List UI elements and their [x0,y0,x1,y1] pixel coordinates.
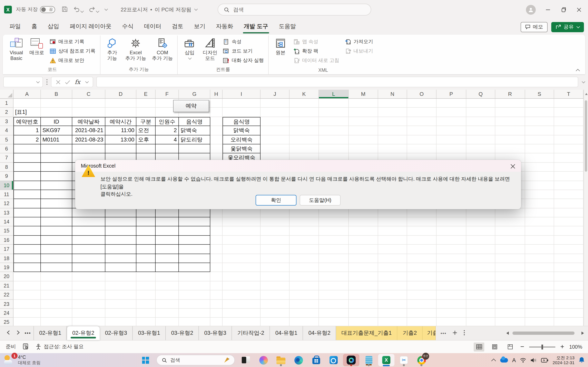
cell-G19[interactable] [179,263,210,272]
zoom-level[interactable]: 100% [569,344,582,350]
cell-D3[interactable]: 예약시간 [105,117,136,126]
cell-E13[interactable] [136,208,156,217]
cell-I19[interactable] [223,263,260,272]
cell-M19[interactable] [349,263,378,272]
cell-H22[interactable] [210,290,223,300]
cell-Q3[interactable] [466,117,495,126]
cell-T9[interactable] [554,172,584,181]
cell-Q16[interactable] [466,236,495,245]
cell-F19[interactable] [156,263,179,272]
cell-C2[interactable] [72,108,105,117]
column-header-D[interactable]: D [105,90,136,98]
cell-N20[interactable] [378,272,407,281]
cell-G20[interactable] [179,272,210,281]
macros-button[interactable]: 매크로 [27,36,46,57]
cell-K14[interactable] [290,217,319,226]
cell-G22[interactable] [179,290,210,300]
name-box[interactable] [3,77,43,87]
cell-A19[interactable] [13,263,41,272]
cell-K24[interactable] [290,309,319,318]
cell-T17[interactable] [554,245,584,254]
fx-dropdown-icon[interactable] [85,80,89,83]
cell-G23[interactable] [179,300,210,309]
row-header-1[interactable]: 1 [0,99,13,108]
cell-B20[interactable] [41,272,72,281]
cell-N5[interactable] [378,135,407,144]
cell-H14[interactable] [210,217,223,226]
cell-S16[interactable] [525,236,554,245]
cell-R5[interactable] [495,135,525,144]
sheet-tab-04-유형2[interactable]: 04-유형2 [303,326,336,340]
sheet-tab-03-유형2[interactable]: 03-유형2 [166,326,199,340]
cell-M17[interactable] [349,245,378,254]
cell-G3[interactable]: 음식명 [179,117,210,126]
cell-B24[interactable] [41,309,72,318]
cell-C15[interactable] [72,226,105,236]
cell-B9[interactable] [41,172,72,181]
column-header-E[interactable]: E [136,90,156,98]
cell-E22[interactable] [136,290,156,300]
cell-O16[interactable] [407,236,437,245]
cell-F15[interactable] [156,226,179,236]
cell-O3[interactable] [407,117,437,126]
cell-B2[interactable] [41,108,72,117]
cell-B8[interactable] [41,162,72,172]
cell-O18[interactable] [407,254,437,263]
cell-C16[interactable] [72,236,105,245]
sheet-tab-03-유형3[interactable]: 03-유형3 [199,326,232,340]
cell-J25[interactable] [260,318,290,326]
cell-M3[interactable] [349,117,378,126]
row-header-8[interactable]: 8 [0,162,13,172]
weather-widget[interactable]: 1 4°C 대체로 흐림 [4,355,41,365]
cell-D17[interactable] [105,245,136,254]
cell-D23[interactable] [105,300,136,309]
cell-K20[interactable] [290,272,319,281]
cell-E6[interactable] [136,144,156,154]
column-header-P[interactable]: P [437,90,466,98]
cell-C4[interactable]: 2021-08-21 [72,126,105,135]
zoom-slider-thumb[interactable] [541,344,543,349]
cell-I5[interactable]: 오리백숙 [223,135,260,144]
cell-R1[interactable] [495,99,525,108]
cell-E15[interactable] [136,226,156,236]
cell-I25[interactable] [223,318,260,326]
save-icon[interactable] [62,6,68,13]
sheet-tab-기출2[interactable]: 기출2 [398,326,423,340]
cell-S11[interactable] [525,190,554,199]
cell-D16[interactable] [105,236,136,245]
cell-T19[interactable] [554,263,584,272]
notepad-button[interactable] [361,354,377,366]
cell-C23[interactable] [72,300,105,309]
account-avatar[interactable] [526,5,536,15]
cell-L14[interactable] [319,217,349,226]
row-header-21[interactable]: 21 [0,281,13,291]
cell-I15[interactable] [223,226,260,236]
cell-C1[interactable] [72,99,105,108]
cell-P4[interactable] [437,126,466,135]
insert-dropdown-icon[interactable] [188,56,192,59]
cell-P20[interactable] [437,272,466,281]
cell-M18[interactable] [349,254,378,263]
cell-T1[interactable] [554,99,584,108]
cell-S3[interactable] [525,117,554,126]
column-header-M[interactable]: M [349,90,378,98]
cell-B23[interactable] [41,300,72,309]
cell-L2[interactable] [319,108,349,117]
cell-O4[interactable] [407,126,437,135]
cell-I24[interactable] [223,309,260,318]
cell-N1[interactable] [378,99,407,108]
cell-P3[interactable] [437,117,466,126]
redo-dropdown-icon[interactable] [96,9,99,13]
cell-S5[interactable] [525,135,554,144]
cell-M24[interactable] [349,309,378,318]
cell-N17[interactable] [378,245,407,254]
insert-control-button[interactable]: 삽입 [180,36,199,60]
expand-formula-bar-icon[interactable] [582,80,585,83]
add-sheet-button[interactable] [453,330,458,336]
cell-J1[interactable] [260,99,290,108]
cell-R19[interactable] [495,263,525,272]
sheet-tab-02-유형2[interactable]: 02-유형2 [67,326,100,340]
sheet-tab-03-유형1[interactable]: 03-유형1 [133,326,166,340]
cell-E21[interactable] [136,281,156,291]
cell-L20[interactable] [319,272,349,281]
